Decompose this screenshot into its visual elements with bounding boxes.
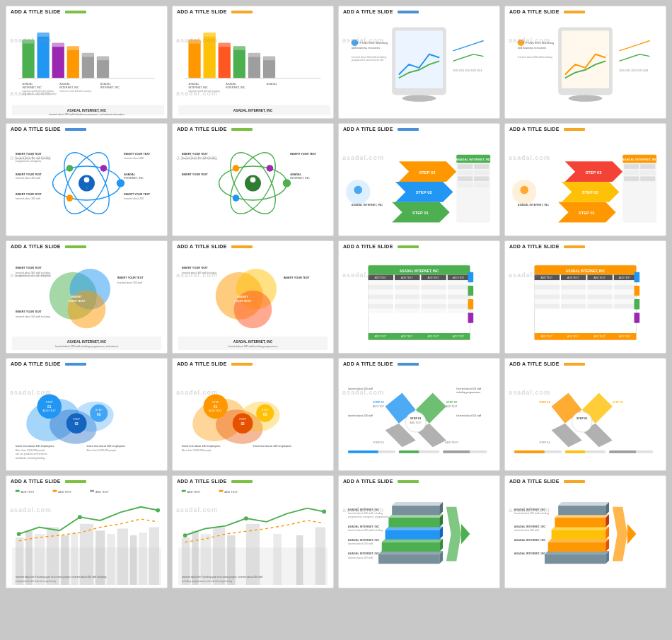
svg-rect-256	[635, 313, 640, 322]
svg-point-346	[78, 515, 82, 519]
accent-bar-13	[65, 363, 86, 366]
slide-card-8[interactable]: ADD A TITLE SLIDE asadal.com STEP 01 STE…	[504, 123, 666, 236]
svg-text:ADD TEXT: ADD TEXT	[427, 277, 439, 279]
svg-rect-211	[468, 299, 474, 309]
svg-text:ASADAL INTERNET, INC: ASADAL INTERNET, INC	[233, 109, 273, 112]
slide-card-17[interactable]: ADD A TITLE SLIDE asadal.com	[6, 475, 168, 588]
svg-rect-235	[614, 290, 637, 295]
svg-rect-363	[273, 534, 282, 585]
svg-point-347	[156, 508, 160, 513]
svg-text:Inserted about 300 staff inclu: Inserted about 300 staff including	[16, 157, 50, 160]
slide-title-17: ADD A TITLE SLIDE	[6, 476, 167, 485]
svg-rect-190	[421, 294, 446, 299]
svg-rect-181	[395, 285, 419, 290]
svg-rect-226	[587, 280, 612, 285]
slide-content-3: asadal.com POINT FUNCTION: Marketing and…	[339, 16, 499, 118]
slide-card-16[interactable]: ADD A TITLE SLIDE asadal.com STEP 01 STE…	[504, 358, 666, 471]
slide-card-10[interactable]: ADD A TITLE SLIDE asadal.com INSERT YOUR…	[172, 240, 334, 354]
slide-title-10: ADD A TITLE SLIDE	[173, 241, 333, 250]
svg-rect-3	[37, 33, 50, 37]
svg-text:Inserted about 500 staff inclu: Inserted about 500 staff including	[348, 512, 383, 515]
svg-rect-34	[248, 53, 260, 57]
svg-text:STEP: STEP	[46, 401, 53, 404]
svg-text:INSERT YOUR TEXT: INSERT YOUR TEXT	[182, 153, 209, 156]
slide-card-11[interactable]: ADD A TITLE SLIDE asadal.com ASADAL INTE…	[338, 240, 500, 354]
slide-card-18[interactable]: ADD A TITLE SLIDE asadal.com	[172, 475, 334, 588]
svg-point-93	[267, 165, 274, 172]
svg-text:INSERT YOUR TEXT: INSERT YOUR TEXT	[16, 310, 42, 313]
svg-text:ADD TEXT: ADD TEXT	[446, 405, 457, 408]
slide-card-15[interactable]: ADD A TITLE SLIDE asadal.com STEP 01 ADD…	[338, 358, 500, 471]
svg-text:STEP 02: STEP 02	[416, 190, 432, 194]
svg-text:INTERNET, INC: INTERNET, INC	[59, 86, 79, 89]
svg-text:ASADAL INTERNET, INC: ASADAL INTERNET, INC	[514, 525, 546, 528]
slide-content-16: asadal.com STEP 01 STEP 04 STEP 02 STEP …	[505, 368, 666, 470]
svg-text:Inserted about 500 staff inclu: Inserted about 500 staff including progr…	[228, 345, 277, 348]
svg-rect-194	[421, 299, 446, 304]
svg-rect-192	[369, 299, 393, 304]
svg-rect-247	[614, 304, 637, 309]
svg-rect-328	[565, 450, 586, 453]
slide-card-12[interactable]: ADD A TITLE SLIDE asadal.com ASADAL INTE…	[504, 240, 666, 354]
slide-graphic-8: STEP 01 STEP 02 STEP 03 ASADAL INTERNET,…	[508, 134, 663, 233]
slide-card-20[interactable]: ADD A TITLE SLIDE asadal.com	[504, 475, 666, 588]
slide-card-2[interactable]: ADD A TITLE SLIDE asadal.com asadal.com	[172, 6, 334, 119]
slide-title-16: ADD A TITLE SLIDE	[505, 359, 666, 368]
slide-card-3[interactable]: ADD A TITLE SLIDE asadal.com POINT FUNCT…	[338, 6, 500, 119]
svg-rect-47	[395, 30, 443, 88]
svg-point-92	[233, 194, 240, 202]
slide-graphic-10: INSERT YOUR TEXT INSERT YOUR TEXT Insert…	[175, 252, 330, 350]
svg-point-69	[66, 194, 74, 202]
slide-card-19[interactable]: ADD A TITLE SLIDE asadal.com	[338, 475, 500, 588]
slide-card-5[interactable]: ADD A TITLE SLIDE asadal.com INSERT YOUR…	[6, 123, 168, 236]
slide-graphic-5: INSERT YOUR TEXT Inserted about 300 staf…	[9, 134, 164, 233]
slide-title-9: ADD A TITLE SLIDE	[6, 241, 167, 250]
slide-title-4: ADD A TITLE SLIDE	[505, 6, 666, 16]
svg-text:Inserted about 300 staff: Inserted about 300 staff	[16, 197, 40, 200]
svg-rect-199	[448, 304, 470, 309]
svg-rect-384	[388, 518, 439, 527]
svg-text:Inserted about 500 staff: Inserted about 500 staff	[348, 414, 373, 417]
svg-marker-416	[613, 507, 627, 562]
svg-rect-202	[421, 309, 446, 314]
slide-card-4[interactable]: ADD A TITLE SLIDE asadal.com POINT FUNCT…	[504, 6, 666, 119]
svg-rect-177	[395, 280, 419, 285]
svg-text:ASADAL INTERNET, INC: ASADAL INTERNET, INC	[514, 552, 546, 555]
svg-text:Inserted about 300: Inserted about 300	[124, 157, 144, 160]
svg-rect-132	[624, 170, 639, 175]
svg-text:INSERT YOUR TEXT: INSERT YOUR TEXT	[16, 267, 42, 269]
svg-rect-12	[19, 78, 155, 78]
svg-text:Inserted about the Founding go: Inserted about the Founding goal of a ce…	[16, 576, 107, 578]
svg-text:including programmers and inte: including programmers and internet engin…	[182, 580, 232, 583]
slide-content-11: asadal.com ASADAL INTERNET, INC ADD TEXT…	[339, 250, 499, 353]
slide-card-13[interactable]: ADD A TITLE SLIDE asadal.com STEP 01 ADD…	[6, 358, 168, 471]
svg-text:Insert text about 100 employee: Insert text about 100 employees	[86, 445, 125, 448]
slide-content-13: asadal.com STEP 01 ADD TEXT STEP 02 STEP…	[6, 368, 167, 470]
svg-rect-9	[82, 53, 94, 57]
svg-point-320	[572, 412, 592, 432]
svg-text:Insert text about 100 employee: Insert text about 100 employees	[16, 445, 54, 448]
slide-graphic-13: STEP 01 ADD TEXT STEP 02 STEP 03 Insert …	[9, 369, 164, 467]
svg-text:ASADAL INTERNET, INC: ASADAL INTERNET, INC	[348, 508, 380, 511]
svg-text:Inserted about 500 staff inclu: Inserted about 500 staff including	[514, 512, 549, 515]
accent-bar-15	[398, 363, 419, 366]
svg-rect-193	[395, 299, 419, 304]
svg-text:INSERT YOUR TEXT: INSERT YOUR TEXT	[182, 267, 209, 269]
svg-point-137	[520, 186, 528, 194]
slide-card-1[interactable]: ADD A TITLE SLIDE asadal.com asadal.com	[6, 6, 168, 119]
svg-text:STEP: STEP	[262, 409, 269, 412]
svg-text:programmers, and internet info: programmers, and internet information	[22, 93, 57, 95]
svg-text:ASADAL INTERNET, INC: ASADAL INTERNET, INC	[456, 158, 491, 161]
slide-card-14[interactable]: ADD A TITLE SLIDE asadal.com STEP 01 ADD…	[172, 358, 334, 471]
svg-text:ADD TEXT: ADD TEXT	[453, 335, 464, 338]
svg-text:ADD TEXT: ADD TEXT	[410, 421, 421, 424]
svg-rect-184	[369, 290, 393, 295]
svg-point-57	[569, 95, 603, 102]
slide-card-7[interactable]: ADD A TITLE SLIDE asadal.com STEP 01 STE…	[338, 123, 500, 236]
svg-rect-230	[587, 285, 612, 290]
accent-bar-14	[231, 363, 253, 366]
slide-card-9[interactable]: ADD A TITLE SLIDE asadal.com INSERT YOUR…	[6, 240, 168, 354]
slide-card-6[interactable]: ADD A TITLE SLIDE asadal.com INSERT YOUR…	[172, 123, 334, 236]
svg-rect-26	[188, 40, 200, 44]
svg-text:and business resources: and business resources	[352, 47, 381, 50]
